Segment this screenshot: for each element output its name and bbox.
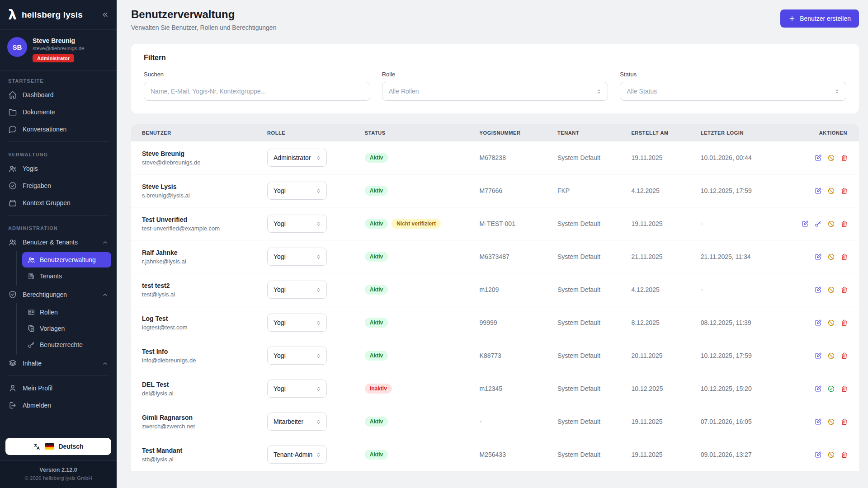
delete-action-button[interactable] <box>840 385 848 393</box>
col-letzter-login: LETZTER LOGIN <box>694 124 789 141</box>
edit-action-button[interactable] <box>814 319 822 327</box>
ban-action-button[interactable] <box>827 187 835 195</box>
role-select[interactable]: Yogi <box>267 347 327 365</box>
last-login-cell: 08.12.2025, 11:39 <box>694 306 789 339</box>
role-select[interactable]: Yogi <box>267 215 327 233</box>
delete-action-button[interactable] <box>840 286 848 294</box>
activate-action-button[interactable] <box>827 385 835 393</box>
role-select[interactable]: Yogi <box>267 380 327 398</box>
verification-badge: Nicht verifiziert <box>392 219 441 229</box>
tenant-cell: System Default <box>551 339 625 372</box>
edit-action-button[interactable] <box>814 253 822 261</box>
delete-action-button[interactable] <box>840 451 848 459</box>
plus-icon <box>788 15 796 22</box>
ban-action-button[interactable] <box>827 286 835 294</box>
ban-action-button[interactable] <box>827 319 835 327</box>
created-cell: 21.11.2025 <box>625 240 694 273</box>
role-select[interactable]: Yogi <box>267 281 327 299</box>
user-email: steve@diebreunigs.de <box>142 159 255 166</box>
sidebar-item-dashboard[interactable]: Dashboard <box>0 86 117 103</box>
role-select[interactable]: Yogi <box>267 314 327 332</box>
sidebar-item-benutzerrechte[interactable]: Benutzerrechte <box>22 337 111 352</box>
delete-action-button[interactable] <box>840 418 848 426</box>
ban-action-button[interactable] <box>827 352 835 360</box>
create-user-button[interactable]: Benutzer erstellen <box>780 9 859 28</box>
sidebar-item-konversationen[interactable]: Konversationen <box>0 121 117 138</box>
shield-check-icon <box>8 290 17 299</box>
delete-action-button[interactable] <box>840 187 848 195</box>
sidebar-item-freigaben[interactable]: Freigaben <box>0 177 117 194</box>
created-cell: 19.11.2025 <box>625 438 694 471</box>
status-filter-label: Status <box>620 71 846 78</box>
edit-action-button[interactable] <box>814 385 822 393</box>
role-select[interactable]: Mitarbeiter <box>267 413 327 431</box>
role-select[interactable]: Tenant-Admin <box>267 446 327 464</box>
tenant-cell: FKP <box>551 174 625 207</box>
role-select[interactable]: Administrator <box>267 149 327 167</box>
sidebar-item-inhalte[interactable]: Inhalte <box>0 355 117 372</box>
tenant-cell: System Default <box>551 273 625 306</box>
sidebar-item-mein-profil[interactable]: Mein Profil <box>0 380 117 397</box>
status-badge: Aktiv <box>365 219 388 229</box>
trash-icon <box>840 286 848 294</box>
yogisnummer-cell: 99999 <box>473 306 551 339</box>
search-input[interactable] <box>144 82 370 101</box>
sidebar-item-benutzer-tenants[interactable]: Benutzer & Tenants <box>0 234 117 251</box>
created-cell: 20.11.2025 <box>625 339 694 372</box>
role-select[interactable]: Yogi <box>267 248 327 266</box>
ban-icon <box>827 451 835 459</box>
edit-action-button[interactable] <box>814 451 822 459</box>
edit-icon <box>814 418 822 426</box>
col-erstellt-am: ERSTELLT AM <box>625 124 694 141</box>
chevron-updown-icon <box>315 385 322 392</box>
clipboard-icon <box>27 324 35 333</box>
status-filter-select[interactable]: Alle Status <box>620 82 846 101</box>
sidebar-item-tenants[interactable]: Tenants <box>22 268 111 284</box>
role-filter-select[interactable]: Alle Rollen <box>382 82 609 101</box>
edit-icon <box>814 286 822 294</box>
user-email: del@lysis.ai <box>142 390 255 397</box>
sidebar-item-kontext-gruppen[interactable]: Kontext Gruppen <box>0 194 117 211</box>
key-action-button[interactable] <box>814 220 822 228</box>
ban-icon <box>827 154 835 162</box>
sidebar-item-abmelden[interactable]: Abmelden <box>0 397 117 414</box>
chevron-updown-icon <box>315 286 322 293</box>
sidebar-item-vorlagen[interactable]: Vorlagen <box>22 321 111 336</box>
language-switch-button[interactable]: Deutsch <box>5 438 111 455</box>
table-row: Ralf Jahnker.jahnke@lysis.aiYogiAktivM63… <box>131 240 859 273</box>
sidebar-item-benutzerverwaltung[interactable]: Benutzerverwaltung <box>22 252 111 267</box>
delete-action-button[interactable] <box>840 319 848 327</box>
delete-action-button[interactable] <box>840 352 848 360</box>
edit-action-button[interactable] <box>814 418 822 426</box>
ban-action-button[interactable] <box>827 154 835 162</box>
table-row: test test2test@lysis.aiYogiAktivm1209Sys… <box>131 273 859 306</box>
edit-action-button[interactable] <box>814 352 822 360</box>
edit-action-button[interactable] <box>814 154 822 162</box>
delete-action-button[interactable] <box>840 220 848 228</box>
sidebar-item-berechtigungen[interactable]: Berechtigungen <box>0 286 117 303</box>
delete-action-button[interactable] <box>840 253 848 261</box>
delete-action-button[interactable] <box>840 154 848 162</box>
edit-action-button[interactable] <box>801 220 809 228</box>
sidebar-collapse-button[interactable] <box>100 9 110 20</box>
col-yogisnummer: YOGISNUMMER <box>473 124 551 141</box>
yogisnummer-cell: K88773 <box>473 339 551 372</box>
last-login-cell: - <box>694 207 789 240</box>
ban-action-button[interactable] <box>827 418 835 426</box>
chevrons-left-icon <box>101 10 109 19</box>
sidebar-item-rollen[interactable]: Rollen <box>22 305 111 320</box>
edit-action-button[interactable] <box>814 286 822 294</box>
ban-action-button[interactable] <box>827 220 835 228</box>
sidebar-item-yogis[interactable]: Yogis <box>0 160 117 177</box>
ban-icon <box>827 187 835 195</box>
user-name: Test Mandant <box>142 447 255 454</box>
sidebar-item-dokumente[interactable]: Dokumente <box>0 103 117 121</box>
edit-action-button[interactable] <box>814 187 822 195</box>
layers-icon <box>8 359 17 368</box>
role-select[interactable]: Yogi <box>267 182 327 200</box>
ban-action-button[interactable] <box>827 451 835 459</box>
user-name: Steve Breunig <box>33 37 85 44</box>
nav-divider <box>7 215 109 216</box>
user-email: s.breunig@lysis.ai <box>142 192 255 199</box>
ban-action-button[interactable] <box>827 253 835 261</box>
